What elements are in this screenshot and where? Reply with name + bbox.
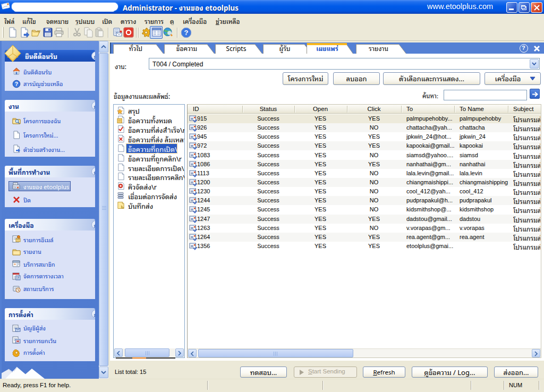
svg-text:ผู้รับ: ผู้รับ bbox=[279, 44, 290, 53]
svg-text:Scripts: Scripts bbox=[226, 44, 246, 53]
svg-text:รายงาน: รายงาน bbox=[369, 44, 388, 53]
svg-text:?: ? bbox=[15, 81, 18, 87]
svg-text:เผยแพร่: เผยแพร่ bbox=[316, 44, 338, 53]
svg-text:ทั่วไป: ทั่วไป bbox=[129, 44, 142, 53]
svg-text:?: ? bbox=[184, 29, 189, 37]
svg-text:7: 7 bbox=[17, 276, 19, 280]
svg-text:ข้อความ: ข้อความ bbox=[176, 44, 197, 53]
